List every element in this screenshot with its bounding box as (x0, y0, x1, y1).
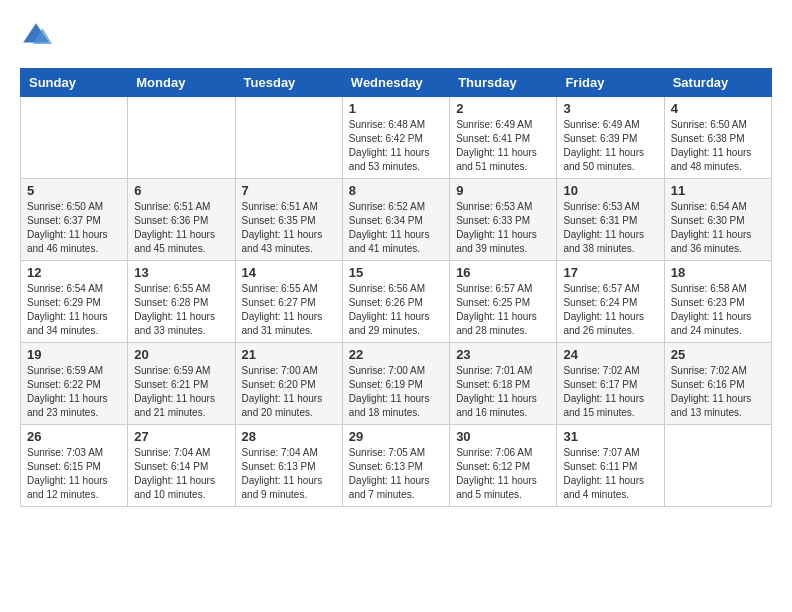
day-number: 12 (27, 265, 121, 280)
day-number: 14 (242, 265, 336, 280)
calendar-cell: 22Sunrise: 7:00 AM Sunset: 6:19 PM Dayli… (342, 343, 449, 425)
calendar-cell: 18Sunrise: 6:58 AM Sunset: 6:23 PM Dayli… (664, 261, 771, 343)
calendar-cell (128, 97, 235, 179)
day-info: Sunrise: 6:50 AM Sunset: 6:37 PM Dayligh… (27, 200, 121, 256)
day-number: 30 (456, 429, 550, 444)
calendar-cell: 9Sunrise: 6:53 AM Sunset: 6:33 PM Daylig… (450, 179, 557, 261)
day-number: 29 (349, 429, 443, 444)
calendar-header-monday: Monday (128, 69, 235, 97)
day-number: 15 (349, 265, 443, 280)
day-number: 4 (671, 101, 765, 116)
day-number: 8 (349, 183, 443, 198)
day-number: 21 (242, 347, 336, 362)
day-number: 24 (563, 347, 657, 362)
day-number: 3 (563, 101, 657, 116)
day-number: 26 (27, 429, 121, 444)
day-info: Sunrise: 6:52 AM Sunset: 6:34 PM Dayligh… (349, 200, 443, 256)
day-info: Sunrise: 6:49 AM Sunset: 6:41 PM Dayligh… (456, 118, 550, 174)
calendar-cell: 29Sunrise: 7:05 AM Sunset: 6:13 PM Dayli… (342, 425, 449, 507)
day-number: 7 (242, 183, 336, 198)
page-header (20, 20, 772, 52)
day-info: Sunrise: 6:57 AM Sunset: 6:24 PM Dayligh… (563, 282, 657, 338)
day-number: 9 (456, 183, 550, 198)
calendar-week-row: 1Sunrise: 6:48 AM Sunset: 6:42 PM Daylig… (21, 97, 772, 179)
calendar-header-saturday: Saturday (664, 69, 771, 97)
calendar-cell (21, 97, 128, 179)
calendar-week-row: 5Sunrise: 6:50 AM Sunset: 6:37 PM Daylig… (21, 179, 772, 261)
logo-icon (20, 20, 52, 52)
day-number: 23 (456, 347, 550, 362)
calendar-cell: 2Sunrise: 6:49 AM Sunset: 6:41 PM Daylig… (450, 97, 557, 179)
calendar-cell: 30Sunrise: 7:06 AM Sunset: 6:12 PM Dayli… (450, 425, 557, 507)
calendar-cell: 13Sunrise: 6:55 AM Sunset: 6:28 PM Dayli… (128, 261, 235, 343)
calendar-header-wednesday: Wednesday (342, 69, 449, 97)
day-info: Sunrise: 6:54 AM Sunset: 6:29 PM Dayligh… (27, 282, 121, 338)
day-info: Sunrise: 7:05 AM Sunset: 6:13 PM Dayligh… (349, 446, 443, 502)
calendar-cell: 3Sunrise: 6:49 AM Sunset: 6:39 PM Daylig… (557, 97, 664, 179)
calendar-cell: 31Sunrise: 7:07 AM Sunset: 6:11 PM Dayli… (557, 425, 664, 507)
calendar-week-row: 26Sunrise: 7:03 AM Sunset: 6:15 PM Dayli… (21, 425, 772, 507)
day-info: Sunrise: 7:02 AM Sunset: 6:16 PM Dayligh… (671, 364, 765, 420)
day-number: 5 (27, 183, 121, 198)
day-number: 25 (671, 347, 765, 362)
calendar-cell: 7Sunrise: 6:51 AM Sunset: 6:35 PM Daylig… (235, 179, 342, 261)
day-info: Sunrise: 6:51 AM Sunset: 6:36 PM Dayligh… (134, 200, 228, 256)
day-number: 19 (27, 347, 121, 362)
day-number: 18 (671, 265, 765, 280)
day-number: 22 (349, 347, 443, 362)
calendar-cell: 5Sunrise: 6:50 AM Sunset: 6:37 PM Daylig… (21, 179, 128, 261)
calendar-week-row: 19Sunrise: 6:59 AM Sunset: 6:22 PM Dayli… (21, 343, 772, 425)
day-number: 11 (671, 183, 765, 198)
calendar-header-thursday: Thursday (450, 69, 557, 97)
calendar-week-row: 12Sunrise: 6:54 AM Sunset: 6:29 PM Dayli… (21, 261, 772, 343)
calendar-cell: 1Sunrise: 6:48 AM Sunset: 6:42 PM Daylig… (342, 97, 449, 179)
day-number: 28 (242, 429, 336, 444)
calendar-table: SundayMondayTuesdayWednesdayThursdayFrid… (20, 68, 772, 507)
day-info: Sunrise: 7:03 AM Sunset: 6:15 PM Dayligh… (27, 446, 121, 502)
calendar-cell: 14Sunrise: 6:55 AM Sunset: 6:27 PM Dayli… (235, 261, 342, 343)
calendar-cell: 17Sunrise: 6:57 AM Sunset: 6:24 PM Dayli… (557, 261, 664, 343)
calendar-header-row: SundayMondayTuesdayWednesdayThursdayFrid… (21, 69, 772, 97)
day-info: Sunrise: 7:07 AM Sunset: 6:11 PM Dayligh… (563, 446, 657, 502)
day-info: Sunrise: 6:53 AM Sunset: 6:33 PM Dayligh… (456, 200, 550, 256)
day-number: 2 (456, 101, 550, 116)
day-info: Sunrise: 6:59 AM Sunset: 6:21 PM Dayligh… (134, 364, 228, 420)
logo (20, 20, 56, 52)
calendar-cell (664, 425, 771, 507)
calendar-cell: 23Sunrise: 7:01 AM Sunset: 6:18 PM Dayli… (450, 343, 557, 425)
calendar-cell: 16Sunrise: 6:57 AM Sunset: 6:25 PM Dayli… (450, 261, 557, 343)
calendar-cell: 6Sunrise: 6:51 AM Sunset: 6:36 PM Daylig… (128, 179, 235, 261)
day-info: Sunrise: 6:49 AM Sunset: 6:39 PM Dayligh… (563, 118, 657, 174)
calendar-cell: 26Sunrise: 7:03 AM Sunset: 6:15 PM Dayli… (21, 425, 128, 507)
calendar-header-friday: Friday (557, 69, 664, 97)
day-number: 20 (134, 347, 228, 362)
day-number: 10 (563, 183, 657, 198)
day-info: Sunrise: 6:59 AM Sunset: 6:22 PM Dayligh… (27, 364, 121, 420)
day-info: Sunrise: 6:56 AM Sunset: 6:26 PM Dayligh… (349, 282, 443, 338)
day-number: 13 (134, 265, 228, 280)
calendar-cell: 20Sunrise: 6:59 AM Sunset: 6:21 PM Dayli… (128, 343, 235, 425)
day-number: 6 (134, 183, 228, 198)
calendar-cell: 8Sunrise: 6:52 AM Sunset: 6:34 PM Daylig… (342, 179, 449, 261)
day-info: Sunrise: 6:51 AM Sunset: 6:35 PM Dayligh… (242, 200, 336, 256)
calendar-cell: 24Sunrise: 7:02 AM Sunset: 6:17 PM Dayli… (557, 343, 664, 425)
day-number: 31 (563, 429, 657, 444)
day-info: Sunrise: 6:55 AM Sunset: 6:28 PM Dayligh… (134, 282, 228, 338)
day-number: 17 (563, 265, 657, 280)
day-info: Sunrise: 6:57 AM Sunset: 6:25 PM Dayligh… (456, 282, 550, 338)
calendar-header-tuesday: Tuesday (235, 69, 342, 97)
calendar-cell: 10Sunrise: 6:53 AM Sunset: 6:31 PM Dayli… (557, 179, 664, 261)
day-number: 1 (349, 101, 443, 116)
day-info: Sunrise: 7:02 AM Sunset: 6:17 PM Dayligh… (563, 364, 657, 420)
calendar-cell: 11Sunrise: 6:54 AM Sunset: 6:30 PM Dayli… (664, 179, 771, 261)
calendar-cell: 25Sunrise: 7:02 AM Sunset: 6:16 PM Dayli… (664, 343, 771, 425)
day-number: 27 (134, 429, 228, 444)
calendar-cell: 21Sunrise: 7:00 AM Sunset: 6:20 PM Dayli… (235, 343, 342, 425)
calendar-cell: 15Sunrise: 6:56 AM Sunset: 6:26 PM Dayli… (342, 261, 449, 343)
calendar-cell: 4Sunrise: 6:50 AM Sunset: 6:38 PM Daylig… (664, 97, 771, 179)
calendar-cell: 19Sunrise: 6:59 AM Sunset: 6:22 PM Dayli… (21, 343, 128, 425)
calendar-cell: 12Sunrise: 6:54 AM Sunset: 6:29 PM Dayli… (21, 261, 128, 343)
day-info: Sunrise: 6:55 AM Sunset: 6:27 PM Dayligh… (242, 282, 336, 338)
calendar-cell (235, 97, 342, 179)
day-info: Sunrise: 7:06 AM Sunset: 6:12 PM Dayligh… (456, 446, 550, 502)
